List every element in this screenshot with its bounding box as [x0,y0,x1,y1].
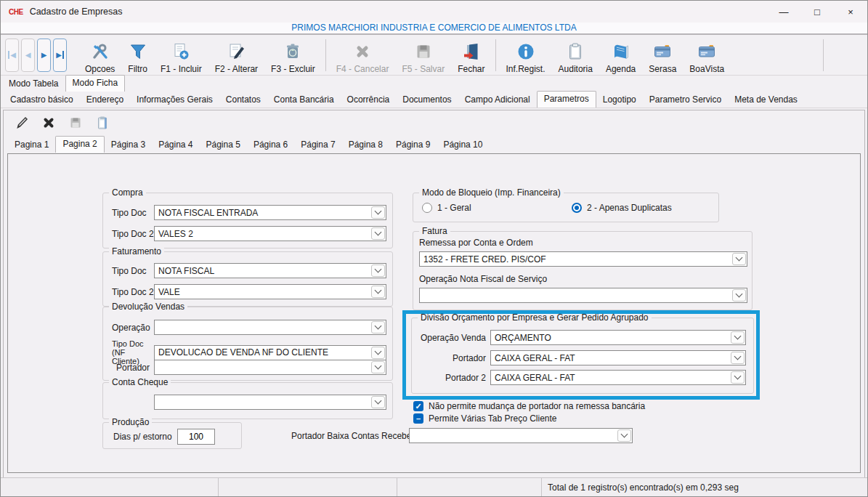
checkbox-checked-icon[interactable]: ✓ [413,401,423,411]
record-navigator: ◀ ◀ ▶ ▶ [5,39,67,72]
radio-geral[interactable]: 1 - Geral [422,203,471,213]
filtro-button[interactable]: Filtro [121,36,154,74]
f1-incluir-button[interactable]: F1 - Incluir [154,36,208,74]
edit-record-button[interactable] [14,115,30,131]
chevron-down-icon[interactable] [371,347,385,359]
radio-unchecked-icon[interactable] [422,203,432,213]
tab-campo-adicional[interactable]: Campo Adicional [458,92,537,108]
paste-icon [95,116,110,130]
divisao-portador-combo[interactable]: CAIXA GERAL - FAT [490,350,746,365]
tab-pagina-1[interactable]: Pagina 1 [8,137,55,153]
group-fatura-title: Fatura [419,226,450,236]
tab-informacoes-gerais[interactable]: Informações Gerais [130,92,219,108]
divisao-portador2-combo[interactable]: CAIXA GERAL - FAT [490,370,746,385]
group-fatura: Fatura Remessa por Conta e Ordem 1352 - … [413,231,753,310]
chevron-down-icon[interactable] [371,264,385,277]
next-record-button[interactable]: ▶ [37,39,51,72]
opcoes-button[interactable]: Opcoes [78,36,121,74]
f2-alterar-button[interactable]: F2 - Alterar [208,36,264,74]
cancel-edit-button[interactable] [41,115,57,131]
chevron-down-icon[interactable] [732,253,746,265]
tab-pagina-3[interactable]: Página 3 [105,137,152,153]
tab-pagina-6[interactable]: Página 6 [247,137,294,153]
tab-modo-tabela[interactable]: Modo Tabela [2,76,65,92]
operacao-venda-value: ORÇAMENTO [491,333,731,343]
radio-apenas-duplicatas[interactable]: 2 - Apenas Duplicatas [572,203,672,213]
f5-salvar-button[interactable]: F5 - Salvar [395,36,451,74]
chevron-down-icon[interactable] [371,396,385,408]
faturamento-tipo-doc2-value: VALE [155,287,371,297]
faturamento-tipo-doc-combo[interactable]: NOTA FISCAL [154,263,386,278]
compra-tipo-doc-value: NOTA FISCAL ENTRADA [155,208,371,218]
devolucao-portador-combo[interactable] [154,360,386,375]
chevron-down-icon[interactable] [371,361,385,373]
chevron-down-icon[interactable] [732,289,746,302]
tab-meta-de-vendas[interactable]: Meta de Vendas [728,92,804,108]
tab-pagina-8[interactable]: Página 8 [342,137,389,153]
conta-cheque-combo[interactable] [154,395,386,410]
cancel-icon [353,42,372,61]
tab-pagina-2[interactable]: Pagina 2 [55,136,104,153]
f4-cancelar-button[interactable]: F4 - Cancelar [330,36,396,74]
portador-baixa-combo[interactable] [409,428,633,443]
radio-checked-icon[interactable] [572,203,582,213]
auditoria-button[interactable]: Auditoria [552,36,599,74]
divisao-portador2-value: CAIXA GERAL - FAT [491,373,731,383]
tab-pagina-4[interactable]: Página 4 [152,137,199,153]
tab-modo-ficha[interactable]: Modo Ficha [65,75,126,92]
tab-endereco[interactable]: Endereço [80,92,130,108]
devolucao-operacao-combo[interactable] [154,320,386,335]
previous-record-button[interactable]: ◀ [21,39,35,72]
operacao-nf-servico-combo[interactable] [419,288,747,303]
f3-excluir-button[interactable]: F3 - Excluir [264,36,322,74]
minimize-button[interactable]: — [767,1,800,23]
chevron-down-icon[interactable] [731,371,745,384]
tab-logotipo[interactable]: Logotipo [596,92,643,108]
tab-ocorrencia[interactable]: Ocorrência [341,92,397,108]
copy-record-button[interactable] [94,115,110,131]
chevron-down-icon[interactable] [371,286,385,298]
compra-tipo-doc-combo[interactable]: NOTA FISCAL ENTRADA [154,205,386,220]
inf-regist-button[interactable]: Inf.Regist. [500,36,552,74]
tab-parametros[interactable]: Parametros [537,91,596,108]
checkbox-permite-varias-tab[interactable]: – Permite Várias Tab Preço Cliente [413,413,557,424]
tab-contatos[interactable]: Contatos [219,92,267,108]
clipboard-icon [566,42,585,61]
dias-estorno-input[interactable] [177,429,215,445]
tab-conta-bancaria[interactable]: Conta Bancária [267,92,341,108]
group-divisao-orcamento: Divisão Orçamento por Empresa e Gerar Pe… [411,318,754,394]
faturamento-tipo-doc2-combo[interactable]: VALE [154,284,386,299]
chevron-down-icon[interactable] [371,321,385,334]
agenda-button[interactable]: Agenda [599,36,642,74]
tab-cadastro-basico[interactable]: Cadastro básico [4,92,80,108]
checkbox-nao-permite-mudanca[interactable]: ✓ Não permite mudança de portador na rem… [413,401,645,411]
tab-pagina-9[interactable]: Página 9 [389,137,437,153]
chevron-down-icon[interactable] [731,331,745,344]
last-record-button[interactable]: ▶ [53,39,67,72]
record-edit-toolbar [4,110,864,134]
chevron-down-icon[interactable] [731,352,745,364]
boavista-button[interactable]: BoaVista [683,36,731,74]
filter-icon [129,42,147,61]
operacao-venda-combo[interactable]: ORÇAMENTO [490,330,746,345]
first-record-button[interactable]: ◀ [5,39,19,72]
toolbar-separator [325,39,326,71]
chevron-down-icon[interactable] [371,206,385,219]
tab-pagina-10[interactable]: Página 10 [437,137,489,153]
tab-pagina-7[interactable]: Página 7 [294,137,341,153]
tab-documentos[interactable]: Documentos [396,92,458,108]
close-button[interactable]: × [834,1,867,23]
serasa-button[interactable]: Serasa [642,36,683,74]
compra-tipo-doc2-combo[interactable]: VALES 2 [154,226,386,241]
chevron-down-icon[interactable] [371,227,385,240]
pencil-icon [15,116,29,130]
devolucao-tipo-doc-combo[interactable]: DEVOLUCAO DE VENDA NF DO CLIENTE [154,345,386,360]
save-record-button[interactable] [68,115,84,131]
tab-parametro-servico[interactable]: Parametro Servico [643,92,728,108]
checkbox-indeterminate-icon[interactable]: – [413,413,423,424]
remessa-combo[interactable]: 1352 - FRETE CRED. PIS/COF [419,251,747,267]
maximize-button[interactable]: □ [800,1,834,23]
tab-pagina-5[interactable]: Página 5 [200,137,247,153]
chevron-down-icon[interactable] [617,429,631,442]
fechar-button[interactable]: Fechar [451,36,491,74]
